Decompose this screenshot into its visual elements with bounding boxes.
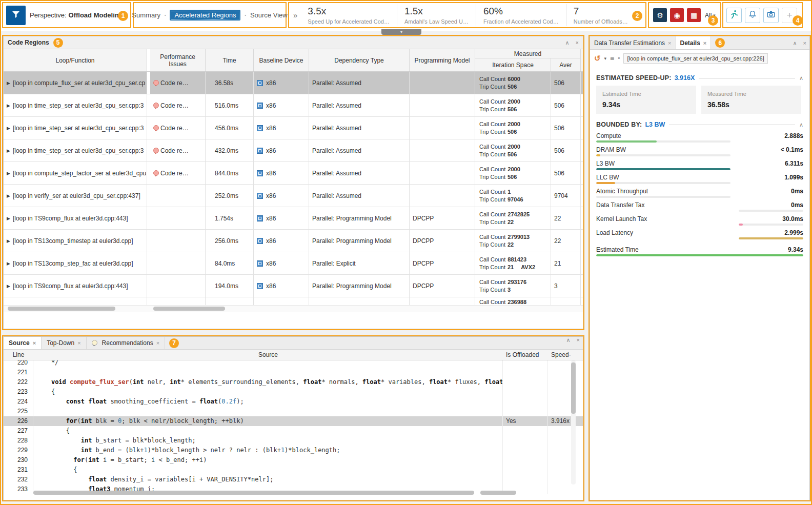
- notifications-button[interactable]: [745, 8, 760, 23]
- source-line-row[interactable]: 221: [4, 368, 583, 377]
- column-header-programming-model[interactable]: Programming Model: [410, 49, 475, 71]
- metric-row-top: DRAM BW< 0.1ms: [596, 146, 803, 153]
- source-line-row[interactable]: 220 */: [4, 360, 583, 368]
- expand-arrow-icon[interactable]: ▶: [7, 261, 10, 266]
- expand-arrow-icon[interactable]: ▶: [7, 238, 10, 244]
- tab-accelerated-regions[interactable]: Accelerated Regions: [170, 10, 240, 21]
- code-region-row[interactable]: ▶[loop in compute_flux_ser at euler3d_cp…: [4, 72, 583, 94]
- source-line-row[interactable]: 222 void compute_flux_ser(int nelr, int*…: [4, 377, 583, 387]
- code-region-row[interactable]: Call Count236988: [4, 297, 583, 305]
- code-region-row[interactable]: ▶[loop in TS13comp_timestep at euler3d.c…: [4, 230, 583, 252]
- speedup-cell: [548, 360, 583, 368]
- column-header-performance-issues[interactable]: Performance Issues: [150, 49, 206, 71]
- column-header-average[interactable]: Aver: [551, 58, 581, 71]
- scrollbar-thumb[interactable]: [480, 491, 516, 495]
- expand-arrow-icon[interactable]: ▶: [7, 126, 10, 131]
- close-icon[interactable]: ×: [703, 40, 706, 46]
- expand-arrow-icon[interactable]: ▶: [7, 171, 10, 176]
- expand-arrow-icon[interactable]: ▶: [7, 80, 10, 86]
- refresh-icon[interactable]: ↺: [594, 54, 601, 63]
- expand-arrow-icon[interactable]: ▶: [7, 103, 10, 108]
- close-panel-icon[interactable]: ×: [576, 39, 579, 46]
- column-header-iteration-space[interactable]: Iteration Space: [475, 58, 551, 71]
- issue-text[interactable]: Code re…: [160, 79, 189, 87]
- source-line-row[interactable]: 228 int b_start = blk*block_length;: [4, 436, 583, 446]
- code-region-row[interactable]: ▶[loop in TS13comp_step_fac at euler3d.c…: [4, 252, 583, 275]
- close-panel-icon[interactable]: ×: [803, 40, 806, 47]
- expand-arrow-icon[interactable]: ▶: [7, 193, 10, 198]
- source-line-row[interactable]: 224 const float smoothing_coefficient = …: [4, 397, 583, 407]
- tab-top-down[interactable]: Top-Down ×: [42, 337, 86, 349]
- grid-analysis-icon[interactable]: ▦: [687, 8, 701, 22]
- code-region-row[interactable]: ▶[loop in verify_ser at euler3d_cpu_ser.…: [4, 185, 583, 207]
- tab-source-view[interactable]: Source View: [250, 11, 288, 19]
- issue-text[interactable]: Code re…: [160, 102, 189, 109]
- scrollbar-thumb[interactable]: [153, 307, 225, 311]
- collapse-panel-icon[interactable]: ∧: [566, 337, 571, 349]
- source-line-row[interactable]: 230 for(int i = b_start; i < b_end; ++i): [4, 455, 583, 465]
- source-line-row[interactable]: 223 {: [4, 387, 583, 397]
- close-icon[interactable]: ×: [668, 40, 671, 46]
- code-region-row[interactable]: ▶[loop in time_step_ser at euler3d_cpu_s…: [4, 94, 583, 117]
- collapse-panel-icon[interactable]: ∧: [565, 39, 570, 46]
- issue-text[interactable]: Code re…: [160, 147, 189, 154]
- issue-text[interactable]: Code re…: [160, 170, 189, 177]
- column-header-dependency-type[interactable]: Dependency Type: [309, 49, 410, 71]
- issue-text[interactable]: Code re…: [160, 125, 189, 132]
- column-header-speedup[interactable]: Speed-: [548, 351, 583, 358]
- tab-source[interactable]: Source ×: [4, 337, 42, 349]
- source-line-row[interactable]: 229 int b_end = (blk+1)*block_length > n…: [4, 446, 583, 455]
- column-header-source[interactable]: Source: [33, 351, 503, 358]
- close-icon[interactable]: ×: [156, 340, 159, 346]
- loop-function-cell: ▶[loop in compute_step_factor_ser at eul…: [4, 162, 147, 184]
- metric-label: Compute: [596, 132, 621, 139]
- collapse-section-icon[interactable]: ∧: [799, 75, 803, 82]
- snapshot-button[interactable]: [763, 8, 779, 23]
- vertical-scrollbar[interactable]: [571, 360, 576, 484]
- horizontal-scrollbar[interactable]: [4, 305, 583, 312]
- code-region-row[interactable]: ▶[loop in time_step_ser at euler3d_cpu_s…: [4, 117, 583, 139]
- is-offloaded-cell: [503, 397, 548, 407]
- source-line-row[interactable]: 226 for(int blk = 0; blk < nelr/block_le…: [4, 416, 583, 426]
- perspective-selector[interactable]: Perspective: Offload Modeling ▾: [30, 11, 127, 19]
- scrollbar-thumb[interactable]: [33, 491, 474, 495]
- code-region-row[interactable]: ▶[loop in time_step_ser at euler3d_cpu_s…: [4, 139, 583, 162]
- run-analysis-button[interactable]: [726, 8, 742, 23]
- source-line-row[interactable]: 231 {: [4, 465, 583, 475]
- column-header-line[interactable]: Line: [4, 351, 33, 358]
- tab-details[interactable]: Details ×: [676, 36, 712, 49]
- close-panel-icon[interactable]: ×: [577, 337, 580, 349]
- column-header-loop-function[interactable]: Loop/Function: [4, 49, 147, 71]
- expand-arrow-icon[interactable]: ▶: [7, 284, 10, 289]
- advisor-logo-button[interactable]: [6, 6, 26, 25]
- settings-gear-icon[interactable]: ⚙: [653, 8, 667, 22]
- collapse-section-icon[interactable]: ∧: [799, 122, 803, 128]
- column-header-time[interactable]: Time: [206, 49, 254, 71]
- source-line-row[interactable]: 227 {: [4, 426, 583, 436]
- tab-recommendations[interactable]: Recommendations ×: [87, 337, 166, 349]
- code-region-row[interactable]: ▶[loop in compute_step_factor_ser at eul…: [4, 162, 583, 185]
- tab-summary[interactable]: Summary: [132, 11, 160, 19]
- expand-arrow-icon[interactable]: ▶: [7, 148, 10, 153]
- stack-filter-icon[interactable]: ≡: [610, 54, 614, 63]
- code-segment: float: [484, 378, 503, 386]
- code-region-row[interactable]: ▶[loop in TS9comp_flux at euler3d.cpp:44…: [4, 275, 583, 297]
- scrollbar-thumb[interactable]: [571, 362, 576, 414]
- column-header-is-offloaded[interactable]: Is Offloaded: [503, 351, 548, 358]
- scrollbar-thumb[interactable]: [8, 307, 115, 311]
- source-line-row[interactable]: 232 float density_i = variables[i + VAR_…: [4, 475, 583, 484]
- collapse-handle[interactable]: ▾: [381, 29, 421, 35]
- column-header-baseline-device[interactable]: Baseline Device: [254, 49, 309, 71]
- expand-arrow-icon[interactable]: ▶: [7, 216, 10, 221]
- record-icon[interactable]: ◉: [670, 8, 684, 22]
- metric-bar-wrap: [596, 210, 803, 212]
- expand-metrics-icon[interactable]: »: [293, 11, 297, 19]
- horizontal-scrollbar[interactable]: [33, 491, 576, 496]
- tab-data-transfer-estimations[interactable]: Data Transfer Estimations ×: [590, 36, 676, 49]
- collapse-panel-icon[interactable]: ∧: [793, 40, 797, 47]
- source-line-row[interactable]: 225: [4, 407, 583, 416]
- close-icon[interactable]: ×: [77, 340, 80, 346]
- metric-bar-track: [596, 196, 730, 198]
- code-region-row[interactable]: ▶[loop in TS9comp_flux at euler3d.cpp:44…: [4, 207, 583, 230]
- close-icon[interactable]: ×: [33, 340, 36, 346]
